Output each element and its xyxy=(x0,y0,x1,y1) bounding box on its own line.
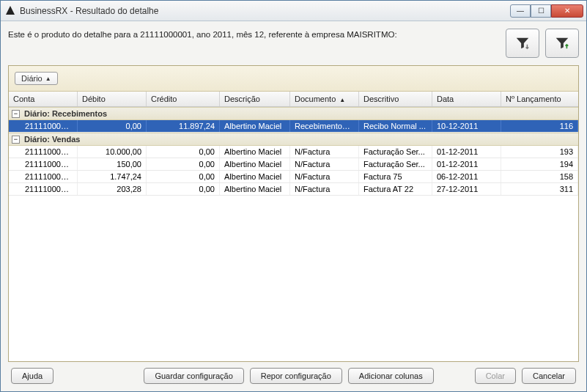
cell-descritivo: Facturação Ser... xyxy=(359,146,432,158)
table-row[interactable]: 211110000011.747,240,00Albertino MacielN… xyxy=(9,171,578,183)
collapse-icon[interactable]: − xyxy=(12,136,20,144)
cell-descricao: Albertino Maciel xyxy=(220,171,290,182)
ajuda-button[interactable]: Ajuda xyxy=(11,368,53,384)
header-documento-label: Documento xyxy=(295,95,336,103)
header-conta[interactable]: Conta xyxy=(9,92,78,106)
group-by-chip[interactable]: Diário ▲ xyxy=(15,72,58,85)
cell-debito: 203,28 xyxy=(78,183,147,195)
window: BusinessRX - Resultado do detalhe — ☐ ✕ … xyxy=(0,0,587,392)
group-row[interactable]: −Diário: Recebimentos xyxy=(9,107,578,120)
cell-debito: 1.747,24 xyxy=(78,171,147,182)
header-descricao[interactable]: Descrição xyxy=(220,92,290,106)
cell-credito: 0,00 xyxy=(147,183,220,195)
cell-documento: N/Factura xyxy=(290,183,359,195)
cell-data: 27-12-2011 xyxy=(432,183,501,195)
cell-data: 10-12-2011 xyxy=(432,120,501,132)
cell-conta: 21111000001 xyxy=(9,120,78,132)
description-text: Este é o produto do detalhe para a 21111… xyxy=(8,29,397,39)
header-debito[interactable]: Débito xyxy=(78,92,147,106)
filter-up-button[interactable] xyxy=(545,29,579,58)
cell-descricao: Albertino Maciel xyxy=(220,183,290,195)
group-by-label: Diário xyxy=(21,74,43,83)
cell-lancamento: 193 xyxy=(501,146,578,158)
cell-descritivo: Factura AT 22 xyxy=(359,183,432,195)
sort-asc-icon: ▲ xyxy=(45,75,51,82)
collapse-icon[interactable]: − xyxy=(12,110,20,118)
grid: Diário ▲ Conta Débito Crédito Descrição … xyxy=(8,65,579,362)
cell-data: 01-12-2011 xyxy=(432,146,501,158)
cell-descritivo: Facturação Ser... xyxy=(359,158,432,170)
action-icons xyxy=(506,29,579,58)
adicionar-button[interactable]: Adicionar colunas xyxy=(348,368,434,384)
cell-data: 06-12-2011 xyxy=(432,171,501,182)
cell-lancamento: 194 xyxy=(501,158,578,170)
cell-descricao: Albertino Maciel xyxy=(220,120,290,132)
minimize-button[interactable]: — xyxy=(510,4,531,18)
group-label: Diário: Recebimentos xyxy=(24,109,107,118)
sort-asc-icon: ▲ xyxy=(339,97,345,103)
colar-button[interactable]: Colar xyxy=(475,368,516,384)
cell-descritivo: Factura 75 xyxy=(359,171,432,182)
cell-credito: 0,00 xyxy=(147,146,220,158)
cancelar-button[interactable]: Cancelar xyxy=(522,368,576,384)
cell-lancamento: 311 xyxy=(501,183,578,195)
cell-debito: 10.000,00 xyxy=(78,146,147,158)
cell-documento: Recebimentos ... xyxy=(290,120,359,132)
cell-documento: N/Factura xyxy=(290,158,359,170)
close-button[interactable]: ✕ xyxy=(551,4,583,18)
cell-conta: 21111000001 xyxy=(9,158,78,170)
repor-button[interactable]: Repor configuração xyxy=(250,368,342,384)
grid-body[interactable]: −Diário: Recebimentos211110000010,0011.8… xyxy=(9,107,578,361)
cell-documento: N/Factura xyxy=(290,146,359,158)
header-credito[interactable]: Crédito xyxy=(147,92,220,106)
guardar-button[interactable]: Guardar configuração xyxy=(144,368,243,384)
cell-conta: 21111000001 xyxy=(9,146,78,158)
window-buttons: — ☐ ✕ xyxy=(510,4,583,18)
cell-debito: 0,00 xyxy=(78,120,147,132)
header-documento[interactable]: Documento ▲ xyxy=(290,92,359,106)
column-headers: Conta Débito Crédito Descrição Documento… xyxy=(9,92,578,107)
cell-credito: 0,00 xyxy=(147,171,220,182)
group-panel: Diário ▲ xyxy=(9,66,578,92)
footer-bar: Ajuda Guardar configuração Repor configu… xyxy=(8,362,579,385)
cell-data: 01-12-2011 xyxy=(432,158,501,170)
table-row[interactable]: 2111100000110.000,000,00Albertino Maciel… xyxy=(9,146,578,158)
cell-descricao: Albertino Maciel xyxy=(220,146,290,158)
cell-conta: 21111000001 xyxy=(9,171,78,182)
cell-credito: 11.897,24 xyxy=(147,120,220,132)
table-row[interactable]: 211110000010,0011.897,24Albertino Maciel… xyxy=(9,120,578,133)
header-descritivo[interactable]: Descritivo xyxy=(359,92,432,106)
header-lancamento[interactable]: Nº Lançamento xyxy=(501,92,578,106)
group-row[interactable]: −Diário: Vendas xyxy=(9,133,578,146)
description-row: Este é o produto do detalhe para a 21111… xyxy=(8,29,579,58)
cell-debito: 150,00 xyxy=(78,158,147,170)
maximize-button[interactable]: ☐ xyxy=(531,4,551,18)
cell-lancamento: 158 xyxy=(501,171,578,182)
app-icon xyxy=(5,5,15,17)
cell-documento: N/Factura xyxy=(290,171,359,182)
window-title: BusinessRX - Resultado do detalhe xyxy=(20,6,510,16)
titlebar: BusinessRX - Resultado do detalhe — ☐ ✕ xyxy=(1,1,586,21)
cell-credito: 0,00 xyxy=(147,158,220,170)
cell-descritivo: Recibo Normal ... xyxy=(359,120,432,132)
table-row[interactable]: 21111000001150,000,00Albertino MacielN/F… xyxy=(9,158,578,171)
cell-descricao: Albertino Maciel xyxy=(220,158,290,170)
cell-conta: 21111000001 xyxy=(9,183,78,195)
filter-down-button[interactable] xyxy=(506,29,539,58)
group-label: Diário: Vendas xyxy=(24,135,80,144)
table-row[interactable]: 21111000001203,280,00Albertino MacielN/F… xyxy=(9,183,578,196)
content-area: Este é o produto do detalhe para a 21111… xyxy=(1,21,586,391)
cell-lancamento: 116 xyxy=(501,120,578,132)
header-data[interactable]: Data xyxy=(432,92,501,106)
